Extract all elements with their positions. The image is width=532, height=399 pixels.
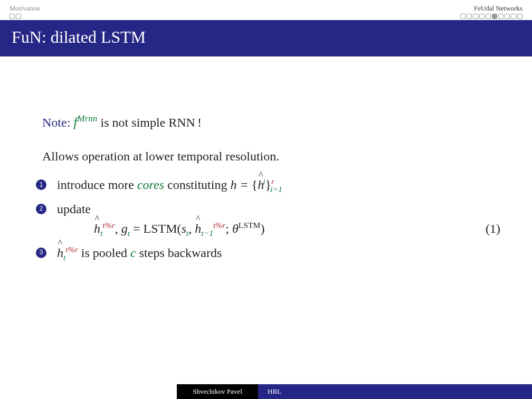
item-1: 1 introduce more cores constituting h = … [57, 176, 500, 194]
note-excl: ! [197, 116, 202, 130]
bullet-2: 2 [36, 204, 46, 214]
progress-dot[interactable] [517, 14, 522, 19]
footer: Shvechikov Pavel HRL [0, 384, 532, 399]
h-hat-pooled: h [57, 244, 63, 262]
item3-c: c [130, 246, 136, 260]
item1-a: introduce more [57, 178, 137, 192]
progress-dot[interactable] [460, 14, 466, 19]
slide-title-text: FuN: dilated LSTM [12, 27, 146, 46]
item-2: 2 update htt%r, gt = LSTM(st, ht−1t%r; θ… [57, 201, 500, 238]
progress-dot[interactable] [505, 14, 510, 19]
item1-cores: cores [137, 178, 164, 192]
bullet-3: 3 [36, 248, 46, 258]
item3-d: steps backwards [136, 246, 222, 260]
nav-right: FeUdal Networks [460, 4, 522, 19]
note-rest: is not simple RNN [101, 116, 195, 129]
progress-dot[interactable] [511, 14, 516, 19]
footer-author: Shvechikov Pavel [177, 384, 258, 399]
note-f: f [73, 115, 77, 130]
nav-section-left[interactable]: Motivation [10, 4, 40, 13]
progress-dot[interactable] [16, 14, 21, 19]
item-3: 3 htt%r is pooled c steps backwards [57, 244, 500, 262]
nav-section-right[interactable]: FeUdal Networks [460, 4, 522, 13]
footer-short-title: HRL [258, 384, 532, 399]
item3-b: is pooled [81, 246, 130, 260]
slide: Motivation FeUdal Networks FuN: dilated … [0, 0, 532, 399]
nav-left: Motivation [10, 4, 40, 19]
progress-dots-left [10, 14, 40, 19]
progress-dots-right [460, 14, 522, 19]
progress-dot[interactable] [498, 14, 504, 19]
beamer-nav-bar: Motivation FeUdal Networks [0, 0, 532, 20]
progress-dot[interactable] [473, 14, 478, 19]
equation-body: htt%r, gt = LSTM(st, ht−1t%r; θLSTM) [94, 220, 264, 238]
slide-content: Note: fMrnn is not simple RNN! Allows op… [0, 56, 532, 399]
note-f-sup: Mrnn [78, 113, 98, 124]
h-hat-i: h [258, 176, 264, 194]
brace-sub: i=1 [270, 185, 282, 194]
progress-dot[interactable] [467, 14, 472, 19]
enum-list: 1 introduce more cores constituting h = … [57, 176, 500, 268]
progress-dot[interactable] [486, 14, 491, 19]
note-label: Note: [42, 116, 70, 129]
allows-line: Allows operation at lower temporal resol… [42, 149, 500, 164]
progress-dot[interactable] [10, 14, 15, 19]
progress-dot[interactable] [492, 14, 497, 19]
note-line: Note: fMrnn is not simple RNN! [42, 115, 500, 130]
footer-spacer [0, 384, 177, 399]
bullet-1: 1 [36, 179, 46, 190]
h-eq: h = [230, 178, 251, 192]
item1-b: constituting [164, 178, 230, 192]
item2-a: update [57, 202, 91, 216]
progress-dot[interactable] [479, 14, 484, 19]
equation-1: htt%r, gt = LSTM(st, ht−1t%r; θLSTM) (1) [57, 220, 500, 238]
slide-title: FuN: dilated LSTM [0, 20, 532, 56]
equation-number: (1) [486, 220, 500, 238]
